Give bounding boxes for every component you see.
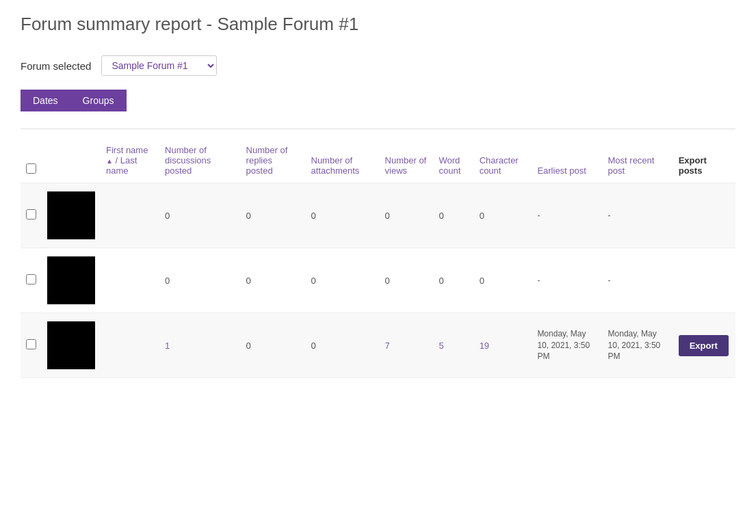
cell-replies: 0	[241, 183, 306, 248]
th-word-count: Word count	[433, 139, 473, 183]
cell-name	[101, 313, 159, 378]
dates-button[interactable]: Dates	[21, 90, 70, 111]
th-earliest-post: Earliest post	[532, 139, 602, 183]
row-checkbox[interactable]	[26, 209, 36, 220]
cell-most-recent: Monday, May 10, 2021, 3:50 PM	[603, 313, 673, 378]
select-all-checkbox[interactable]	[26, 163, 36, 174]
cell-most-recent: -	[603, 183, 673, 248]
forum-selector-label: Forum selected	[21, 60, 91, 72]
page-container: Forum summary report - Sample Forum #1 F…	[0, 0, 756, 392]
avatar	[47, 191, 95, 239]
avatar	[47, 256, 95, 304]
th-name-label: First name ▲ / Last name	[106, 145, 148, 176]
cell-replies: 0	[241, 248, 306, 313]
table-header-row: First name ▲ / Last name Number of discu…	[21, 139, 735, 183]
cell-discussions: 1	[159, 313, 240, 378]
row-checkbox[interactable]	[26, 339, 36, 349]
th-checkbox	[21, 139, 42, 183]
cell-word-count: 5	[433, 313, 473, 378]
cell-most-recent: -	[603, 248, 673, 313]
cell-replies: 0	[241, 313, 306, 378]
cell-char-count: 0	[474, 183, 532, 248]
cell-word-count: 0	[433, 183, 473, 248]
divider	[21, 129, 735, 129]
cell-export	[673, 183, 735, 248]
table-row: 000000--	[21, 248, 735, 313]
cell-name	[101, 248, 159, 313]
groups-button[interactable]: Groups	[70, 90, 127, 111]
sort-icon: ▲	[106, 157, 113, 165]
th-name: First name ▲ / Last name	[101, 139, 159, 183]
cell-discussions: 0	[159, 183, 240, 248]
cell-char-count: 0	[474, 248, 532, 313]
cell-char-count: 19	[474, 313, 532, 378]
forum-select[interactable]: Sample Forum #1 Sample Forum #2	[101, 55, 217, 76]
row-checkbox[interactable]	[26, 274, 36, 284]
action-buttons: Dates Groups	[21, 90, 735, 111]
cell-attachments: 0	[306, 183, 380, 248]
cell-earliest-post: -	[532, 183, 602, 248]
forum-selector-row: Forum selected Sample Forum #1 Sample Fo…	[21, 55, 735, 76]
cell-discussions: 0	[159, 248, 240, 313]
summary-table: First name ▲ / Last name Number of discu…	[21, 139, 735, 378]
cell-views: 7	[380, 313, 434, 378]
export-button[interactable]: Export	[679, 335, 729, 356]
cell-name	[101, 183, 159, 248]
th-replies: Number of replies posted	[241, 139, 306, 183]
cell-views: 0	[380, 183, 434, 248]
cell-attachments: 0	[306, 313, 380, 378]
avatar	[47, 321, 95, 369]
table-row: 1007519Monday, May 10, 2021, 3:50 PMMond…	[21, 313, 735, 378]
cell-export: Export	[673, 313, 735, 378]
th-char-count: Character count	[474, 139, 532, 183]
th-avatar	[42, 139, 101, 183]
cell-attachments: 0	[306, 248, 380, 313]
cell-views: 0	[380, 248, 434, 313]
table-row: 000000--	[21, 183, 735, 248]
page-title: Forum summary report - Sample Forum #1	[21, 14, 735, 35]
cell-earliest-post: -	[532, 248, 602, 313]
cell-earliest-post: Monday, May 10, 2021, 3:50 PM	[532, 313, 602, 378]
cell-word-count: 0	[433, 248, 473, 313]
th-export: Export posts	[673, 139, 735, 183]
cell-export	[673, 248, 735, 313]
th-attachments: Number of attachments	[306, 139, 380, 183]
th-discussions: Number of discussions posted	[159, 139, 240, 183]
th-most-recent: Most recent post	[603, 139, 673, 183]
th-views: Number of views	[380, 139, 434, 183]
